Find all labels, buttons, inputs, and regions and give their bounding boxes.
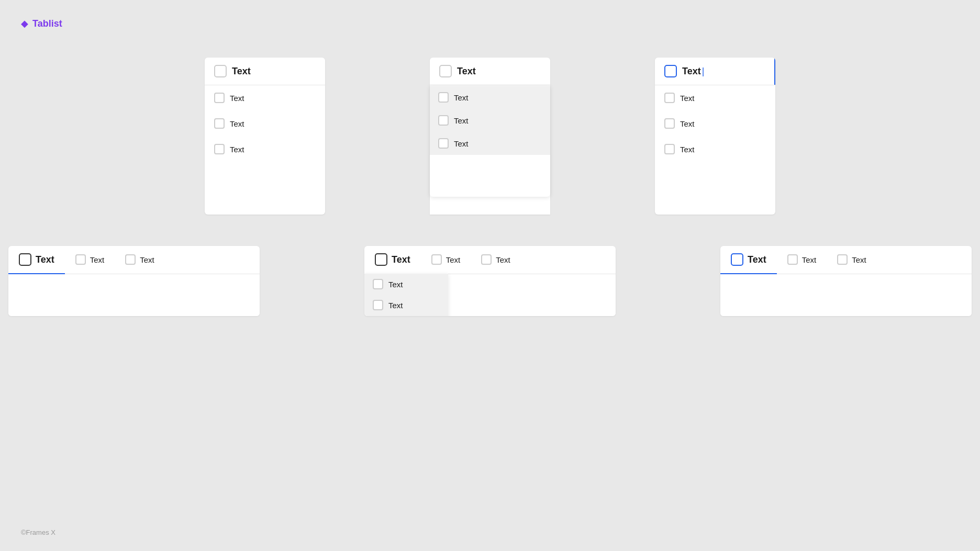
dropdown-item-2[interactable]: Text [430,109,550,132]
h-dropdown-2-1[interactable]: Text [364,274,448,295]
h-checkbox-3-1-active[interactable] [731,253,743,266]
h-tab-3-3[interactable]: Text [827,246,877,274]
h-checkbox-1-2[interactable] [75,254,86,265]
h-d-label-2-1: Text [388,280,403,289]
tab-label-header-3: Text| [682,66,704,77]
h-tab-label-2-3: Text [496,255,510,264]
tab-item-1-2[interactable]: Text [205,111,325,137]
row-vertical: Text Text Text Text Text [205,58,775,215]
checkbox-3-1[interactable] [664,93,675,103]
h-tab-2-2[interactable]: Text [421,246,471,274]
tab-item-3-1[interactable]: Text [655,85,775,111]
h-tab-label-3-1: Text [748,254,766,265]
h-d-checkbox-2-2[interactable] [373,300,383,310]
tab-label-header-2: Text [457,66,476,77]
dropdown-label-3: Text [454,139,469,148]
dropdown-checkbox-3[interactable] [438,138,449,149]
dropdown-checkbox-2[interactable] [438,115,449,126]
h-tab-3-1[interactable]: Text [720,246,777,274]
h-tab-label-1-1: Text [36,254,54,265]
dropdown-item-3[interactable]: Text [430,132,550,155]
tab-label-1-2: Text [230,119,244,128]
logo: ◆ Tablist [21,18,62,29]
logo-text: Tablist [32,18,62,29]
dropdown-list: Text Text Text [430,86,550,197]
h-checkbox-3-3[interactable] [837,254,848,265]
logo-icon: ◆ [21,18,28,29]
tab-item-1-1[interactable]: Text [205,85,325,111]
checkbox-1-1[interactable] [214,93,225,103]
checkbox-3-3[interactable] [664,144,675,154]
h-tab-label-1-3: Text [140,255,154,264]
tab-item-1-3[interactable]: Text [205,137,325,162]
vertical-tablist-active: Text| Text Text Text [655,58,775,215]
horizontal-tablist-dropdown: Text Text Text [364,246,616,316]
h-tab-2-1[interactable]: Text [364,246,421,274]
tab-item-header-1[interactable]: Text [205,58,325,85]
tab-label-header-1: Text [232,66,251,77]
vertical-tablist-default: Text Text Text Text [205,58,325,215]
h-tab-label-1-2: Text [90,255,105,264]
h-d-checkbox-2-1[interactable] [373,279,383,289]
checkbox-header-1[interactable] [214,65,227,77]
tab-label-1-1: Text [230,94,244,103]
tab-label-3-3: Text [680,145,695,154]
h-tab-1-3[interactable]: Text [115,246,165,274]
h-checkbox-2-2[interactable] [431,254,442,265]
dropdown-checkbox-1[interactable] [438,92,449,103]
h-tab-label-3-3: Text [852,255,866,264]
tab-content-3 [720,274,972,316]
h-tab-label-3-2: Text [802,255,817,264]
h-tab-2-3[interactable]: Text [471,246,521,274]
tabs-header-2: Text Text Text [364,246,616,274]
main-content: Text Text Text Text Text [0,58,980,316]
tab-item-3-2[interactable]: Text [655,111,775,137]
h-card-2: Text Text Text [364,246,616,316]
footer-text: ©Frames X [21,528,55,536]
checkbox-3-2[interactable] [664,118,675,129]
h-dropdown-2: Text Text Text [364,274,448,316]
dropdown-item-1[interactable]: Text [430,86,550,109]
row-horizontal: Text Text Text [8,246,972,316]
tab-content-1 [8,274,260,316]
tab-label-3-2: Text [680,119,695,128]
h-dropdown-2-3[interactable]: Text [364,316,448,316]
tab-item-header-2[interactable]: Text [430,58,550,85]
h-tab-1-1[interactable]: Text [8,246,65,274]
checkbox-header-3-active[interactable] [664,65,677,77]
tabs-header-3: Text Text Text [720,246,972,274]
h-tab-1-2[interactable]: Text [65,246,115,274]
h-tab-2-wrapper: Text Text Text [364,246,421,274]
tab-item-3-3[interactable]: Text [655,137,775,162]
h-tab-3-2[interactable]: Text [777,246,827,274]
horizontal-tablist-active: Text Text Text [720,246,972,316]
h-checkbox-2-3[interactable] [481,254,492,265]
h-tab-label-2-1: Text [392,254,410,265]
h-checkbox-3-2[interactable] [787,254,798,265]
tab-item-header-3[interactable]: Text| [655,58,775,85]
tabs-header-1: Text Text Text [8,246,260,274]
h-checkbox-1-1[interactable] [19,253,31,266]
tab-label-3-1: Text [680,94,695,103]
checkbox-1-2[interactable] [214,118,225,129]
checkbox-header-2[interactable] [439,65,452,77]
footer: ©Frames X [21,528,55,536]
horizontal-tablist-default: Text Text Text [8,246,260,316]
dropdown-label-2: Text [454,116,469,125]
vertical-tablist-dropdown: Text Text Text Text [430,58,550,215]
checkbox-1-3[interactable] [214,144,225,154]
h-checkbox-1-3[interactable] [125,254,136,265]
tab-label-1-3: Text [230,145,244,154]
h-checkbox-2-1[interactable] [375,253,387,266]
dropdown-label-1: Text [454,93,469,102]
h-tab-label-2-2: Text [446,255,461,264]
h-dropdown-2-2[interactable]: Text [364,295,448,316]
h-d-label-2-2: Text [388,301,403,310]
